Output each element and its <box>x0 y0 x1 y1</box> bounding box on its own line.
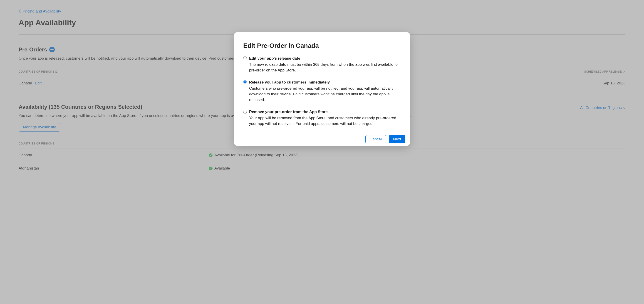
modal-title: Edit Pre-Order in Canada <box>243 41 401 50</box>
modal-overlay: Edit Pre-Order in Canada Edit your app's… <box>0 0 644 175</box>
option-title: Remove your pre-order from the App Store <box>249 109 401 115</box>
option-edit-release-date[interactable]: Edit your app's release date The new rel… <box>243 56 401 73</box>
option-desc: Your app will be removed from the App St… <box>249 115 401 127</box>
radio-input[interactable] <box>243 80 247 84</box>
option-title: Edit your app's release date <box>249 56 401 61</box>
option-release-immediately[interactable]: Release your app to customers immediatel… <box>243 80 401 103</box>
radio-input[interactable] <box>243 56 247 60</box>
option-desc: The new release date must be within 365 … <box>249 62 401 73</box>
edit-preorder-modal: Edit Pre-Order in Canada Edit your app's… <box>234 32 410 146</box>
next-button[interactable]: Next <box>389 135 405 143</box>
option-desc: Customers who pre-ordered your app will … <box>249 86 401 103</box>
option-title: Release your app to customers immediatel… <box>249 80 401 85</box>
radio-input[interactable] <box>243 110 247 113</box>
cancel-button[interactable]: Cancel <box>365 135 386 143</box>
option-remove-preorder[interactable]: Remove your pre-order from the App Store… <box>243 109 401 127</box>
